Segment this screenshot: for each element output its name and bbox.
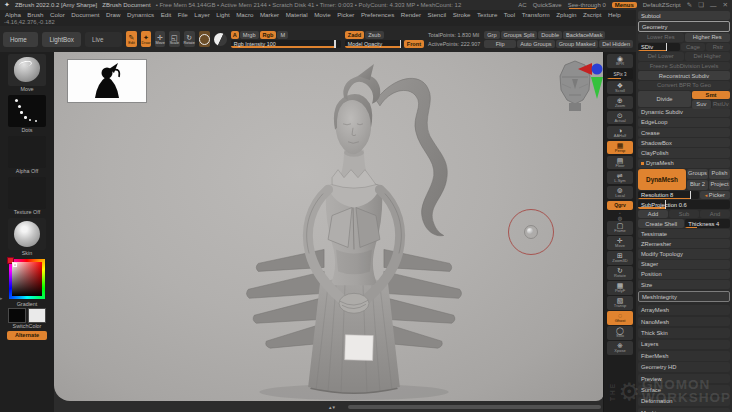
- menu-item[interactable]: Texture: [477, 11, 497, 18]
- silhouette-preview[interactable]: [68, 60, 146, 102]
- current-brush-button[interactable]: [199, 31, 210, 47]
- right-shelf-button[interactable]: ⊕ Zoom: [607, 96, 633, 110]
- grp-button[interactable]: Grp: [484, 31, 499, 39]
- divide-button[interactable]: Divide: [638, 91, 691, 107]
- panel-section-header[interactable]: ArrayMesh: [638, 305, 730, 315]
- panel-section-header[interactable]: Modify Topology: [638, 249, 730, 258]
- panel-section-header[interactable]: Masking: [638, 408, 730, 412]
- dynamesh-section-header[interactable]: DynaMesh: [638, 159, 730, 168]
- sculpture-model[interactable]: [224, 58, 484, 401]
- shelf-divider-handle[interactable]: ▸: [0, 295, 3, 301]
- convert-bpr-button[interactable]: Convert BPR To Geo: [638, 81, 730, 90]
- alpha-selector[interactable]: Alpha Off: [6, 136, 48, 175]
- mesh-integrity-button[interactable]: MeshIntegrity: [638, 291, 730, 302]
- panel-section-header[interactable]: ClayPolish: [638, 148, 730, 157]
- menu-item[interactable]: Help: [608, 11, 621, 18]
- menu-item[interactable]: Transform: [522, 11, 550, 18]
- menu-item[interactable]: Color: [50, 11, 65, 18]
- thickness-slider[interactable]: Thickness 4: [685, 219, 730, 228]
- material-sphere-button[interactable]: [214, 31, 227, 47]
- right-shelf-button[interactable]: ⇌ L.Sym: [607, 171, 633, 185]
- menu-item[interactable]: Alpha: [5, 11, 21, 18]
- right-shelf-button[interactable]: ✛ Move: [607, 236, 633, 250]
- panel-section-header[interactable]: Dynamic Subdiv: [638, 108, 730, 117]
- bottom-tray-bar[interactable]: [348, 405, 601, 409]
- flip-button[interactable]: Flip: [484, 40, 516, 48]
- mrgb-button[interactable]: Mrgb: [240, 31, 259, 39]
- auto-groups-button[interactable]: Auto Groups: [517, 40, 554, 48]
- right-shelf-button[interactable]: ▤ Floor: [607, 156, 633, 170]
- right-shelf-button[interactable]: ⊚ Local: [607, 186, 633, 200]
- rstuv-button[interactable]: RstUv: [712, 100, 730, 109]
- panel-section-header[interactable]: Tessimate: [638, 229, 730, 238]
- group-masked-button[interactable]: Group Masked: [556, 40, 599, 48]
- panel-section-header[interactable]: Layers: [638, 340, 730, 350]
- zsub-button[interactable]: Zsub: [365, 31, 383, 39]
- del-hidden-button[interactable]: Del Hidden: [599, 40, 633, 48]
- menu-item[interactable]: Layer: [194, 11, 209, 18]
- rgb-intensity-slider[interactable]: Rgb Intensity 100: [231, 40, 341, 48]
- right-shelf-button[interactable]: Qgrv: [607, 201, 633, 210]
- subtool-palette-header[interactable]: Subtool: [638, 11, 730, 20]
- create-shell-button[interactable]: Create Shell: [638, 219, 684, 228]
- add-toggle[interactable]: Add: [638, 210, 668, 219]
- quicksave-button[interactable]: QuickSave: [533, 2, 562, 8]
- sdiv-slider[interactable]: SDiv: [638, 43, 680, 52]
- del-lower-button[interactable]: Del Lower: [638, 52, 684, 61]
- panel-section-header[interactable]: Geometry HD: [638, 362, 730, 372]
- ac-toggle[interactable]: AC: [518, 2, 526, 8]
- minimize-icon[interactable]: —: [710, 2, 717, 9]
- del-higher-button[interactable]: Del Higher: [685, 52, 731, 61]
- menu-item[interactable]: Movie: [314, 11, 331, 18]
- right-shelf-button[interactable]: SPix 3: [607, 69, 633, 79]
- switchcolor-label[interactable]: SwitchColor: [6, 323, 48, 330]
- right-shelf-button[interactable]: ▦ PolyF: [607, 281, 633, 295]
- secondary-color-swatch[interactable]: [28, 308, 46, 323]
- menu-item[interactable]: Dynamics: [127, 11, 154, 18]
- right-shelf-button[interactable]: ▦ Persp: [607, 141, 633, 155]
- suv-toggle[interactable]: Suv: [692, 100, 710, 109]
- right-shelf-button[interactable]: ◑ AAHalf: [607, 126, 633, 140]
- pen-icon[interactable]: ✎: [687, 1, 692, 9]
- resolution-slider[interactable]: Resolution 8: [638, 191, 699, 200]
- doc-icon[interactable]: ❏: [698, 1, 704, 9]
- menu-item[interactable]: Picker: [337, 11, 354, 18]
- alternate-button[interactable]: Alternate: [7, 331, 47, 340]
- subprojection-slider[interactable]: SubProjection 0.6: [638, 200, 730, 209]
- menu-item[interactable]: Macro: [236, 11, 253, 18]
- panel-section-header[interactable]: Size: [638, 280, 730, 289]
- reconstruct-subdiv-button[interactable]: Reconstruct Subdiv: [638, 71, 730, 80]
- texture-selector[interactable]: Texture Off: [6, 177, 48, 216]
- menu-item[interactable]: Tool: [504, 11, 515, 18]
- menu-item[interactable]: Preferences: [361, 11, 394, 18]
- panel-section-header[interactable]: Position: [638, 270, 730, 279]
- panel-section-header[interactable]: Thick Skin: [638, 328, 730, 338]
- front-button[interactable]: Front: [404, 40, 424, 48]
- zadd-button[interactable]: Zadd: [345, 31, 364, 39]
- panel-section-header[interactable]: EdgeLoop: [638, 118, 730, 127]
- panel-section-header[interactable]: Stager: [638, 260, 730, 269]
- menu-item[interactable]: Marker: [260, 11, 279, 18]
- lower-res-button[interactable]: Lower Res: [638, 33, 684, 42]
- right-shelf-button[interactable]: ◌ Ghost: [607, 311, 633, 325]
- menu-item[interactable]: Document: [71, 11, 99, 18]
- backface-mask-button[interactable]: BackfaceMask: [563, 31, 605, 39]
- menu-item[interactable]: File: [178, 11, 188, 18]
- dynamesh-button[interactable]: DynaMesh: [638, 169, 686, 190]
- menus-toggle[interactable]: Menus: [612, 2, 637, 8]
- double-button[interactable]: Double: [538, 31, 562, 39]
- home-page-button[interactable]: Home Page: [3, 32, 38, 47]
- color-picker[interactable]: [6, 259, 48, 299]
- groups-split-button[interactable]: Groups Split: [501, 31, 538, 39]
- tray-toggle-handle[interactable]: ▲▼: [328, 405, 335, 410]
- menu-item[interactable]: Draw: [106, 11, 120, 18]
- geometry-palette-header[interactable]: Geometry: [638, 21, 730, 32]
- right-shelf-button[interactable]: ↻ Rotate: [607, 266, 633, 280]
- panel-section-header[interactable]: Crease: [638, 128, 730, 137]
- right-shelf-button[interactable]: ◯ Solo: [607, 326, 633, 340]
- menu-item[interactable]: Render: [401, 11, 421, 18]
- live-boolean-button[interactable]: Live Boolean: [85, 32, 122, 47]
- panel-section-header[interactable]: Preview: [638, 374, 730, 384]
- lightbox-button[interactable]: LightBox: [42, 32, 81, 47]
- saturation-square[interactable]: [12, 262, 42, 296]
